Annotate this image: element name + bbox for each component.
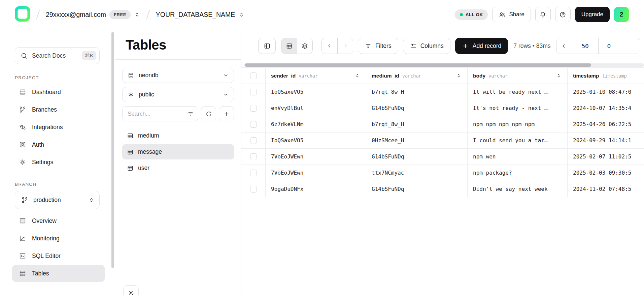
cell-timestamp[interactable]: 2024-11-02 07:48:5 xyxy=(568,181,644,197)
scrollbar-thumb[interactable] xyxy=(245,63,591,67)
sidebar-scrollbar[interactable] xyxy=(111,32,114,268)
cell-body[interactable]: npm wen xyxy=(468,149,568,165)
add-table-button[interactable] xyxy=(219,106,234,121)
forward-button[interactable] xyxy=(337,38,353,54)
sidebar-item[interactable]: SQL Editor xyxy=(12,247,105,264)
cell-sender-id[interactable]: 9ogaDuDNFx xyxy=(266,181,366,197)
sidebar-item[interactable]: Tables xyxy=(12,265,105,282)
table-list-item[interactable]: message xyxy=(122,144,234,159)
table-row[interactable]: enVvyDlBul G14bSFuNDq It's not ready - n… xyxy=(241,100,644,116)
table-list-item[interactable]: user xyxy=(122,160,234,176)
table-row[interactable]: 7VoEoJWEwn G14bSFuNDq npm wen 2025-02-07… xyxy=(241,149,644,165)
cell-timestamp[interactable]: 2025-02-03 09:30:5 xyxy=(568,165,644,181)
breadcrumb-database[interactable]: YOUR_DATABASE_NAME xyxy=(156,11,245,19)
help-button[interactable] xyxy=(555,7,571,22)
page-size[interactable]: 50 xyxy=(572,38,598,54)
notifications-button[interactable] xyxy=(535,7,551,22)
table-row[interactable]: IoQSaxeVO5 0HzSMcee_H I could send you a… xyxy=(241,132,644,149)
sidebar-item[interactable]: Monitoring xyxy=(12,230,105,247)
table-list-item[interactable]: medium xyxy=(122,128,234,143)
collapse-panel-button[interactable] xyxy=(258,38,276,54)
sidebar-item[interactable]: Overview xyxy=(12,212,105,229)
cell-sender-id[interactable]: enVvyDlBul xyxy=(266,100,366,116)
refresh-button[interactable] xyxy=(201,106,216,121)
page-offset[interactable]: 0 xyxy=(598,38,620,54)
cell-medium-id[interactable]: b7rqt_8w_H xyxy=(366,84,468,100)
cell-body[interactable]: It will be ready next … xyxy=(468,84,568,100)
sort-icon[interactable] xyxy=(354,72,361,79)
cell-medium-id[interactable]: 0HzSMcee_H xyxy=(366,132,468,148)
row-checkbox[interactable] xyxy=(250,105,257,112)
cell-sender-id[interactable]: 6z7dkeVLNm xyxy=(266,116,366,132)
row-checkbox[interactable] xyxy=(250,121,257,128)
sidebar-item-label: SQL Editor xyxy=(32,253,61,260)
search-docs-input[interactable]: Search Docs ⌘K xyxy=(15,47,100,64)
cell-medium-id[interactable]: b7rqt_8w_H xyxy=(366,116,468,132)
cell-sender-id[interactable]: IoQSaxeVO5 xyxy=(266,84,366,100)
cell-timestamp[interactable]: 2024-09-29 14:14:1 xyxy=(568,132,644,148)
row-checkbox[interactable] xyxy=(250,153,257,160)
row-checkbox[interactable] xyxy=(250,89,257,95)
table-row[interactable]: 9ogaDuDNFx G14bSFuNDq Didn't we say next… xyxy=(241,181,644,197)
sidebar-item[interactable]: Settings xyxy=(12,154,105,171)
column-header[interactable]: body varchar xyxy=(468,68,568,84)
cell-medium-id[interactable]: G14bSFuNDq xyxy=(366,181,468,197)
page-next-cell[interactable] xyxy=(620,38,640,54)
cell-timestamp[interactable]: 2025-02-07 11:02:5 xyxy=(568,149,644,165)
table-row[interactable]: 6z7dkeVLNm b7rqt_8w_H npm npm npm npm np… xyxy=(241,116,644,132)
filter-icon[interactable] xyxy=(187,111,194,117)
cell-timestamp[interactable]: 2024-10-07 14:35:4 xyxy=(568,100,644,116)
cell-body[interactable]: Didn't we say next week xyxy=(468,181,568,197)
table-row[interactable]: 7VoEoJWEwn ttx7NCmyac npm package? 2025-… xyxy=(241,165,644,181)
cell-timestamp[interactable]: 2025-01-10 08:47:0 xyxy=(568,84,644,100)
sidebar-item[interactable]: Dashboard xyxy=(12,84,105,100)
cell-medium-id[interactable]: G14bSFuNDq xyxy=(366,149,468,165)
neon-logo[interactable] xyxy=(15,6,30,23)
sort-icon[interactable] xyxy=(555,72,562,79)
status-badge[interactable]: ALL OK xyxy=(455,9,488,20)
add-record-button[interactable]: Add record xyxy=(455,38,508,54)
chevrons-up-down-icon[interactable] xyxy=(238,11,245,18)
horizontal-scrollbar[interactable] xyxy=(244,63,644,67)
cell-sender-id[interactable]: IoQSaxeVO5 xyxy=(266,132,366,148)
cell-body[interactable]: npm npm npm npm npm xyxy=(468,116,568,132)
column-type: varchar xyxy=(402,73,421,79)
table-search-input[interactable] xyxy=(128,111,187,117)
cell-body[interactable]: npm package? xyxy=(468,165,568,181)
back-button[interactable] xyxy=(322,38,337,54)
cell-sender-id[interactable]: 7VoEoJWEwn xyxy=(266,149,366,165)
cell-sender-id[interactable]: 7VoEoJWEwn xyxy=(266,165,366,181)
schema-selector[interactable]: public xyxy=(122,87,234,102)
cell-medium-id[interactable]: ttx7NCmyac xyxy=(366,165,468,181)
table-view-button[interactable] xyxy=(281,38,297,54)
select-all-checkbox[interactable] xyxy=(250,72,257,79)
panel-settings-button[interactable] xyxy=(123,285,139,295)
cell-timestamp[interactable]: 2025-04-26 06:22:5 xyxy=(568,116,644,132)
row-checkbox[interactable] xyxy=(250,170,257,176)
branch-selector[interactable]: production xyxy=(15,191,100,209)
cell-body[interactable]: It's not ready - next … xyxy=(468,100,568,116)
column-header[interactable]: sender_id varchar xyxy=(266,68,366,84)
chevrons-up-down-icon[interactable] xyxy=(134,11,140,18)
page-back-button[interactable] xyxy=(556,38,572,54)
cell-medium-id[interactable]: G14bSFuNDq xyxy=(366,100,468,116)
upgrade-button[interactable]: Upgrade xyxy=(575,7,610,22)
sidebar-item[interactable]: Branches xyxy=(12,101,105,118)
notification-count-badge[interactable]: 2 xyxy=(614,7,629,22)
column-header[interactable]: timestamp timestamp xyxy=(568,68,644,84)
database-selector[interactable]: neondb xyxy=(122,68,234,83)
row-checkbox[interactable] xyxy=(250,137,257,144)
sidebar-item[interactable]: Auth xyxy=(12,136,105,153)
filters-button[interactable]: Filters xyxy=(358,38,398,54)
breadcrumb-org[interactable]: 29xxxxx@gmail.com FREE xyxy=(46,10,140,19)
sidebar-item[interactable]: Integrations xyxy=(12,119,105,136)
columns-button[interactable]: Columns xyxy=(403,38,450,54)
table-row[interactable]: IoQSaxeVO5 b7rqt_8w_H It will be ready n… xyxy=(241,84,644,100)
column-header[interactable]: medium_id varchar xyxy=(366,68,468,84)
cell-body[interactable]: I could send you a tar… xyxy=(468,132,568,148)
share-button[interactable]: Share xyxy=(492,7,531,22)
row-checkbox[interactable] xyxy=(250,186,257,193)
layers-view-button[interactable] xyxy=(297,38,312,54)
sort-icon[interactable] xyxy=(455,72,462,79)
sidebar-item-icon xyxy=(19,141,26,148)
